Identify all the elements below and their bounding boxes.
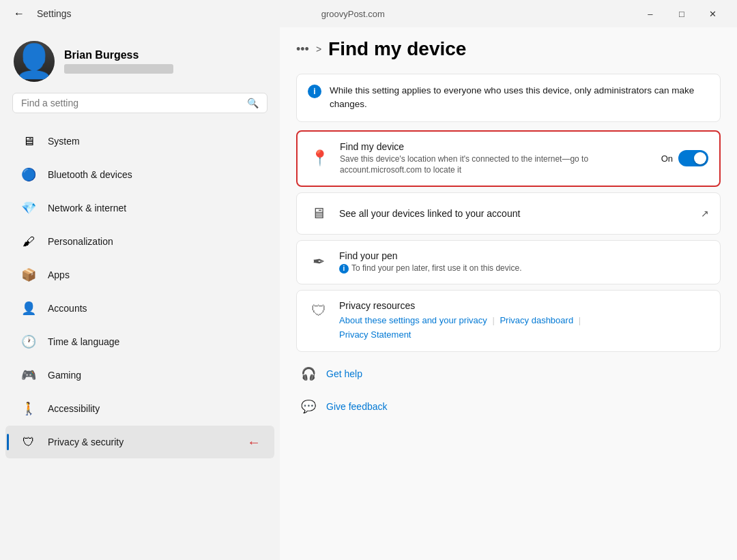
- find-pen-card: ✒ Find your pen iTo find your pen later,…: [296, 240, 721, 284]
- pen-info-icon: i: [339, 264, 349, 274]
- pen-icon: ✒: [308, 251, 330, 273]
- shield-icon: 🛡: [308, 300, 330, 322]
- privacy-title: Privacy resources: [339, 300, 583, 311]
- see-devices-title: See all your devices linked to your acco…: [339, 208, 691, 219]
- pen-content: Find your pen iTo find your pen later, f…: [339, 250, 709, 274]
- sidebar-item-label-time: Time & language: [48, 336, 119, 347]
- search-box[interactable]: 🔍: [12, 93, 268, 113]
- see-devices-card: 🖥 See all your devices linked to your ac…: [296, 192, 721, 235]
- close-button[interactable]: ✕: [697, 3, 729, 25]
- search-icon: 🔍: [247, 98, 259, 108]
- sidebar-item-label-privacy: Privacy & security: [48, 437, 124, 447]
- sidebar-item-system[interactable]: 🖥System: [5, 125, 274, 158]
- page-title: Find my device: [328, 38, 466, 60]
- search-input[interactable]: [21, 98, 242, 108]
- see-devices-content: See all your devices linked to your acco…: [339, 208, 691, 219]
- find-device-title: Find my device: [340, 141, 652, 152]
- sidebar-item-gaming[interactable]: 🎮Gaming: [5, 359, 274, 392]
- sidebar-item-accessibility[interactable]: 🚶Accessibility: [5, 392, 274, 425]
- content-header: ••• > Find my device: [296, 27, 721, 74]
- content-area: ••• > Find my device i While this settin…: [280, 27, 737, 560]
- system-icon: 🖥: [19, 132, 38, 151]
- info-text: While this setting applies to everyone w…: [330, 84, 709, 112]
- find-device-right: On: [661, 150, 708, 166]
- user-email-blur: [64, 64, 173, 74]
- give-feedback-link[interactable]: Give feedback: [326, 401, 388, 412]
- sidebar-item-apps[interactable]: 📦Apps: [5, 259, 274, 291]
- pen-desc: iTo find your pen later, first use it on…: [339, 263, 709, 274]
- avatar[interactable]: [14, 41, 55, 82]
- avatar-image: [14, 41, 55, 82]
- give-feedback-row[interactable]: 💬 Give feedback: [296, 390, 721, 423]
- find-device-content: Find my device Save this device's locati…: [340, 141, 652, 177]
- toggle-label: On: [661, 153, 673, 164]
- accounts-icon: 👤: [19, 299, 38, 318]
- sidebar-item-label-personalization: Personalization: [48, 236, 113, 247]
- sidebar-item-label-gaming: Gaming: [48, 370, 81, 381]
- find-device-desc: Save this device's location when it's co…: [340, 153, 652, 177]
- titlebar-left: ← Settings: [8, 5, 72, 23]
- toggle-knob: [694, 152, 706, 164]
- breadcrumb-dots[interactable]: •••: [296, 42, 309, 57]
- find-device-icon: 📍: [308, 147, 330, 169]
- privacy-content: Privacy resources About these settings a…: [339, 300, 583, 342]
- titlebar-title: Settings: [37, 8, 72, 19]
- sidebar-item-label-system: System: [48, 136, 80, 147]
- sidebar-item-label-network: Network & internet: [48, 203, 126, 213]
- accessibility-icon: 🚶: [19, 399, 38, 418]
- privacy-links: About these settings and your privacy | …: [339, 314, 583, 342]
- red-arrow-icon: ←: [247, 434, 261, 450]
- get-help-link[interactable]: Get help: [326, 368, 362, 379]
- titlebar: ← Settings groovyPost.com – □ ✕: [0, 0, 737, 27]
- user-name: Brian Burgess: [64, 49, 173, 61]
- window-controls: – □ ✕: [635, 3, 729, 25]
- sidebar-item-label-bluetooth: Bluetooth & devices: [48, 169, 132, 180]
- sidebar: Brian Burgess 🔍 🖥System🔵Bluetooth & devi…: [0, 27, 280, 560]
- active-indicator: [7, 434, 9, 450]
- personalization-icon: 🖌: [19, 232, 38, 251]
- breadcrumb-chevron: >: [316, 44, 321, 55]
- info-icon: i: [308, 85, 321, 98]
- find-pen-row[interactable]: ✒ Find your pen iTo find your pen later,…: [297, 241, 720, 284]
- privacy-link-statement[interactable]: Privacy Statement: [339, 329, 411, 340]
- find-my-device-card: 📍 Find my device Save this device's loca…: [296, 130, 721, 188]
- sidebar-item-label-accounts: Accounts: [48, 303, 87, 314]
- sidebar-item-privacy[interactable]: 🛡Privacy & security←: [5, 426, 274, 458]
- privacy-resources-card: 🛡 Privacy resources About these settings…: [296, 290, 721, 353]
- get-help-icon: 🎧: [299, 364, 318, 383]
- info-banner: i While this setting applies to everyone…: [296, 74, 721, 122]
- external-link-icon: ↗: [701, 208, 709, 219]
- nav-list: 🖥System🔵Bluetooth & devices💎Network & in…: [0, 124, 280, 459]
- find-device-toggle[interactable]: [678, 150, 708, 166]
- search-container: 🔍: [0, 93, 280, 124]
- network-icon: 💎: [19, 198, 38, 218]
- give-feedback-icon: 💬: [299, 397, 318, 416]
- user-section: Brian Burgess: [0, 27, 280, 93]
- app-body: Brian Burgess 🔍 🖥System🔵Bluetooth & devi…: [0, 27, 737, 560]
- find-my-device-row[interactable]: 📍 Find my device Save this device's loca…: [298, 132, 719, 186]
- privacy-link-about[interactable]: About these settings and your privacy: [339, 315, 487, 325]
- pen-title: Find your pen: [339, 250, 709, 261]
- see-devices-icon: 🖥: [308, 203, 330, 224]
- sidebar-item-bluetooth[interactable]: 🔵Bluetooth & devices: [5, 158, 274, 191]
- time-icon: 🕐: [19, 332, 38, 351]
- back-button[interactable]: ←: [8, 5, 30, 23]
- get-help-row[interactable]: 🎧 Get help: [296, 357, 721, 390]
- gaming-icon: 🎮: [19, 366, 38, 385]
- maximize-button[interactable]: □: [666, 3, 697, 25]
- watermark: groovyPost.com: [321, 9, 385, 19]
- user-info: Brian Burgess: [64, 49, 173, 74]
- see-devices-row[interactable]: 🖥 See all your devices linked to your ac…: [297, 193, 720, 234]
- sidebar-item-label-apps: Apps: [48, 269, 70, 280]
- sidebar-item-label-accessibility: Accessibility: [48, 403, 100, 414]
- sidebar-item-time[interactable]: 🕐Time & language: [5, 325, 274, 358]
- see-devices-right: ↗: [701, 208, 709, 219]
- sidebar-item-accounts[interactable]: 👤Accounts: [5, 292, 274, 325]
- privacy-link-dashboard[interactable]: Privacy dashboard: [500, 315, 573, 325]
- minimize-button[interactable]: –: [635, 3, 666, 25]
- sidebar-item-network[interactable]: 💎Network & internet: [5, 192, 274, 224]
- apps-icon: 📦: [19, 265, 38, 284]
- bluetooth-icon: 🔵: [19, 165, 38, 184]
- sidebar-item-personalization[interactable]: 🖌Personalization: [5, 225, 274, 258]
- privacy-icon: 🛡: [19, 432, 38, 452]
